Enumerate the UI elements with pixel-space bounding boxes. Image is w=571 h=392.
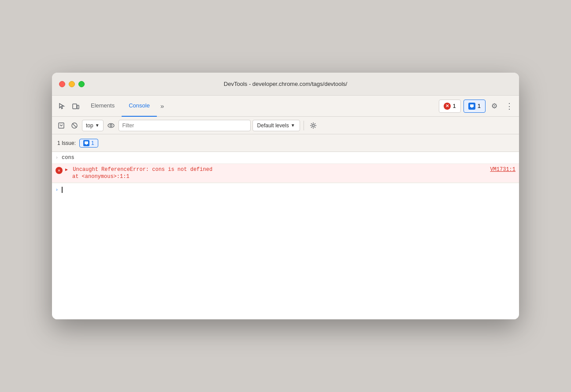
console-settings-icon[interactable] bbox=[308, 120, 319, 131]
maximize-button[interactable] bbox=[78, 81, 85, 87]
log-levels-button[interactable]: Default levels ▼ bbox=[252, 120, 300, 131]
entry-chevron-icon[interactable]: › bbox=[56, 155, 58, 160]
context-selector[interactable]: top ▼ bbox=[82, 120, 104, 131]
error-secondary-line: at <anonymous>:1:1 bbox=[72, 174, 515, 180]
error-circle-icon: ✕ bbox=[56, 167, 63, 174]
tab-elements[interactable]: Elements bbox=[84, 96, 122, 117]
minimize-button[interactable] bbox=[69, 81, 75, 87]
more-tabs-button[interactable]: » bbox=[157, 100, 167, 111]
input-prompt-chevron: › bbox=[56, 188, 58, 192]
main-toolbar: Elements Console » ✕ 1 1 bbox=[52, 96, 519, 117]
dropdown-arrow-icon: ▼ bbox=[95, 123, 100, 128]
filter-input[interactable] bbox=[119, 120, 251, 131]
error-icon: ✕ bbox=[444, 103, 451, 110]
tab-console[interactable]: Console bbox=[122, 96, 157, 117]
svg-line-5 bbox=[73, 123, 77, 127]
console-entry-input: › cons bbox=[52, 152, 519, 164]
entry-text: cons bbox=[62, 155, 515, 161]
more-options-button[interactable]: ⋮ bbox=[503, 100, 515, 112]
svg-rect-2 bbox=[470, 104, 474, 107]
svg-point-6 bbox=[108, 123, 114, 127]
eye-icon[interactable] bbox=[105, 120, 117, 131]
close-button[interactable] bbox=[59, 81, 65, 87]
traffic-lights bbox=[59, 81, 85, 87]
console-entry-error: ✕ ▶ Uncaught ReferenceError: cons is not… bbox=[52, 164, 519, 183]
svg-point-8 bbox=[312, 124, 314, 126]
error-badge-button[interactable]: ✕ 1 bbox=[439, 100, 461, 113]
console-area: › cons ✕ ▶ Uncaught ReferenceError: cons… bbox=[52, 152, 519, 319]
issues-label: 1 Issue: bbox=[57, 140, 76, 146]
select-element-icon[interactable] bbox=[56, 100, 68, 112]
issues-badge-icon bbox=[83, 140, 89, 146]
issues-count: 1 bbox=[91, 140, 94, 146]
console-toolbar: top ▼ Default levels ▼ bbox=[52, 117, 519, 134]
title-bar: DevTools - developer.chrome.com/tags/dev… bbox=[52, 73, 519, 96]
error-expand-chevron[interactable]: ▶ bbox=[65, 167, 68, 172]
issues-bar: 1 Issue: 1 bbox=[52, 134, 519, 152]
input-cursor bbox=[62, 187, 63, 193]
svg-rect-3 bbox=[59, 123, 64, 128]
clear-console-icon[interactable] bbox=[56, 120, 67, 131]
svg-point-7 bbox=[110, 124, 111, 126]
console-input-prompt[interactable]: › bbox=[52, 183, 519, 196]
devtools-window: DevTools - developer.chrome.com/tags/dev… bbox=[52, 73, 519, 319]
svg-rect-0 bbox=[73, 104, 77, 109]
error-main-line: ▶ Uncaught ReferenceError: cons is not d… bbox=[65, 166, 212, 173]
message-icon bbox=[468, 103, 475, 110]
svg-rect-1 bbox=[77, 105, 79, 109]
message-badge-button[interactable]: 1 bbox=[463, 100, 486, 113]
block-icon[interactable] bbox=[69, 120, 80, 131]
svg-rect-9 bbox=[85, 141, 88, 144]
issues-badge-button[interactable]: 1 bbox=[79, 139, 98, 148]
separator bbox=[304, 121, 304, 130]
device-toggle-icon[interactable] bbox=[70, 100, 82, 112]
levels-dropdown-arrow: ▼ bbox=[291, 123, 295, 128]
tab-group: Elements Console » bbox=[84, 96, 437, 117]
error-source-link[interactable]: VM1731:1 bbox=[490, 166, 515, 173]
toolbar-right: ✕ 1 1 ⚙ ⋮ bbox=[439, 100, 515, 113]
window-title: DevTools - developer.chrome.com/tags/dev… bbox=[224, 81, 347, 87]
settings-button[interactable]: ⚙ bbox=[488, 100, 501, 112]
